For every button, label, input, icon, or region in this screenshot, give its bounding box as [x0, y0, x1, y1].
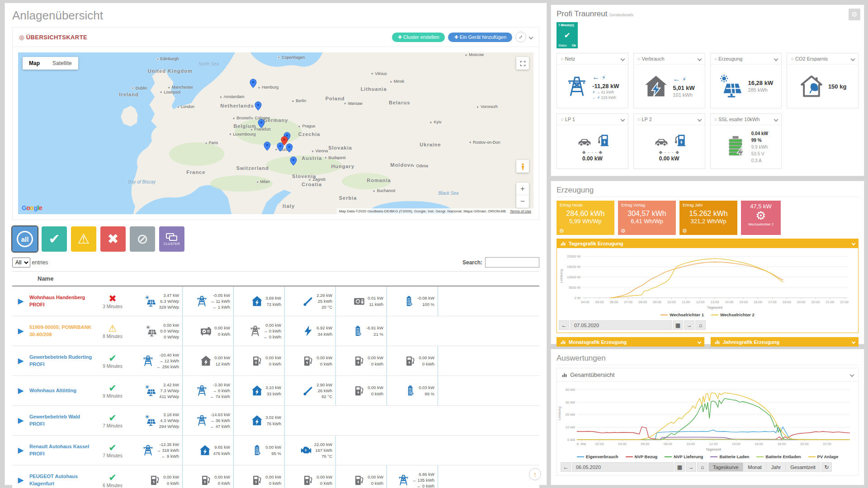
stat-value: 284,60 kWh — [560, 210, 611, 218]
next-day-button[interactable]: → — [686, 462, 696, 472]
legend-item[interactable]: Batterie Laden — [710, 454, 749, 459]
tab-monat[interactable]: Monat — [743, 462, 767, 472]
panel-icon — [145, 414, 157, 427]
yield-stat-box[interactable]: Ertrag Heute 284,60 kWh 5,99 Wh/Wp ⚙ — [557, 201, 614, 235]
play-button[interactable]: ▶ — [12, 376, 29, 405]
filter-all-button[interactable]: all — [12, 226, 38, 252]
filter-ok-button[interactable]: ✔ — [42, 226, 67, 252]
map-pin-blue[interactable] — [262, 141, 272, 151]
map-fullscreen-button[interactable] — [516, 57, 529, 70]
filter-warning-button[interactable]: ⚠ — [71, 226, 96, 252]
prev-day-button[interactable]: ← — [559, 320, 569, 330]
yield-stats: Ertrag Heute 284,60 kWh 5,99 Wh/Wp ⚙ Ert… — [557, 201, 859, 235]
yield-stat-box[interactable]: Ertrag Jahr 15.262 kWh 321,2 Wh/Wp ⚙ — [679, 201, 737, 235]
entries-select[interactable]: All — [12, 258, 30, 267]
filter-cluster-button[interactable]: CLUSTER — [159, 226, 184, 252]
prev-day-button[interactable]: ← — [561, 462, 571, 472]
total-overview-header[interactable]: Gesamtübersicht — [557, 368, 858, 382]
map-pin-red[interactable] — [280, 136, 289, 145]
device-status-tile[interactable]: 7 Minute(n) ✔ StatusOk — [557, 22, 578, 48]
home-date-button[interactable]: ⌂ — [695, 320, 706, 330]
chevron-down-icon[interactable] — [850, 373, 854, 377]
chevron-down-icon[interactable] — [774, 117, 778, 122]
inverter-stat-box[interactable]: 47,5 kW ⚙ Wechselrichter 2 — [741, 201, 781, 235]
map-zoom-in-button[interactable]: + — [516, 183, 529, 195]
pylon-icon — [142, 355, 154, 367]
yield-stat-box[interactable]: Ertrag Vortag 304,57 kWh 6,41 Wh/Wp ⚙ — [618, 201, 676, 235]
refresh-button[interactable]: ↻ — [821, 462, 832, 472]
chevron-down-icon[interactable] — [852, 241, 855, 245]
calendar-icon[interactable]: ▦ — [675, 462, 685, 472]
map-type-map-button[interactable]: Map — [23, 57, 46, 70]
name-column-header[interactable]: Name — [38, 275, 53, 282]
svg-text:16:00: 16:00 — [754, 300, 762, 304]
day-graph-header[interactable]: Tagesgrafik Erzeugung — [557, 239, 859, 248]
play-button[interactable]: ▶ — [12, 406, 29, 435]
map-pin-blue[interactable] — [248, 79, 258, 88]
filter-offline-button[interactable]: ⊘ — [130, 226, 155, 252]
legend-item[interactable]: Wechselrichter 2 — [711, 312, 755, 317]
legend-item[interactable]: Eigenverbrauch — [577, 454, 618, 459]
filter-error-button[interactable]: ✖ — [100, 226, 126, 252]
metric-cell: 22.00 kW167 kWh76 °C — [285, 436, 336, 465]
europe-map[interactable]: United KingdomIrelandFranceGermanyPoland… — [18, 52, 533, 214]
settings-gear-button[interactable]: ⚙ — [849, 9, 860, 20]
status-minutes: 9 Minutes — [103, 364, 122, 369]
chevron-down-icon[interactable] — [697, 56, 702, 61]
plant-name-link[interactable]: Gewerbebetrieb Wald PROFI — [29, 406, 94, 435]
map-zoom-out-button[interactable]: − — [516, 195, 529, 208]
play-button[interactable]: ▶ — [12, 316, 29, 346]
chevron-down-icon[interactable] — [697, 117, 702, 122]
map-pin-blue[interactable] — [257, 119, 266, 128]
map-pin-blue[interactable] — [288, 156, 298, 166]
evaluation-date-field[interactable]: 06.05.2020 — [572, 462, 674, 472]
legend-item[interactable]: NVP Lieferung — [665, 454, 703, 459]
play-button[interactable]: ▶ — [12, 286, 29, 316]
expand-icon[interactable] — [515, 32, 526, 42]
collapsed-graph-header[interactable]: Monatsgrafik Erzeugung — [557, 337, 704, 347]
plant-name-link[interactable]: Renault Autohaus Kassel PROFI — [29, 436, 94, 465]
tab-tageskurve[interactable]: Tageskurve — [708, 462, 743, 472]
svg-text:07:00: 07:00 — [624, 300, 633, 304]
play-button[interactable]: ▶ — [12, 436, 29, 465]
plant-name-link[interactable]: Wohnhaus Handenberg PROFI — [29, 286, 94, 316]
home-date-button[interactable]: ⌂ — [697, 462, 708, 472]
play-button[interactable]: ▶ — [12, 346, 29, 375]
calendar-icon[interactable]: ▦ — [673, 320, 683, 330]
scroll-to-top-button[interactable]: ↑ — [529, 468, 541, 480]
bar-chart-icon — [561, 372, 567, 378]
legend-item[interactable]: Batterie Entladen — [756, 454, 801, 459]
chevron-down-icon[interactable] — [774, 56, 778, 61]
search-label: Search: — [462, 259, 482, 266]
plant-name-link[interactable]: Wohnhaus Altötting — [29, 376, 94, 405]
plant-name-link[interactable]: Gewerbebetrieb Ruderting PROFI — [29, 346, 94, 375]
legend-item[interactable]: NVP Bezug — [626, 454, 658, 459]
street-view-pegman[interactable] — [516, 160, 529, 173]
collapse-map-chevron-icon[interactable] — [529, 35, 533, 39]
next-day-button[interactable]: → — [684, 320, 694, 330]
tab-jahr[interactable]: Jahr — [767, 462, 786, 472]
search-input[interactable] — [485, 257, 539, 267]
map-type-satellite-button[interactable]: Satellite — [46, 57, 78, 70]
plant-name-link[interactable]: 51909-00005; POWRBANK 30-60/208 — [29, 316, 94, 346]
create-cluster-button[interactable]: ✚ Cluster erstellen — [392, 33, 445, 42]
plant-name-link[interactable]: PEUGEOT Autohaus Klagenfurt — [29, 465, 94, 488]
card-title: Verbrauch — [637, 56, 665, 61]
add-device-button[interactable]: ✚ Ein Gerät hinzufügen — [448, 33, 512, 42]
chevron-down-icon[interactable] — [698, 340, 701, 343]
chevron-down-icon[interactable] — [852, 340, 855, 343]
map-terms-link[interactable]: Terms of Use — [510, 209, 531, 213]
card-title: Erzeugung — [714, 56, 743, 61]
device-card-ssl-esafer-10kwh: SSL esafer 10kWh 0.04 kW99 %9.9 kWh53.5 … — [710, 113, 782, 169]
map-pin-blue[interactable] — [254, 101, 263, 111]
chevron-down-icon[interactable] — [851, 56, 855, 61]
chevron-down-icon[interactable] — [620, 56, 625, 61]
collapsed-graph-header[interactable]: Jahresgrafik Erzeugung — [711, 337, 859, 347]
chevron-down-icon[interactable] — [620, 117, 625, 122]
play-button[interactable]: ▶ — [12, 465, 29, 488]
day-date-field[interactable]: 07.05.2020 — [570, 320, 672, 330]
legend-item[interactable]: Wechselrichter 1 — [660, 312, 704, 317]
card-main-value: 5,01 kW — [673, 84, 694, 92]
legend-item[interactable]: PV Anlage — [808, 454, 839, 459]
tab-gesamtzeit[interactable]: Gesamtzeit — [786, 462, 821, 472]
